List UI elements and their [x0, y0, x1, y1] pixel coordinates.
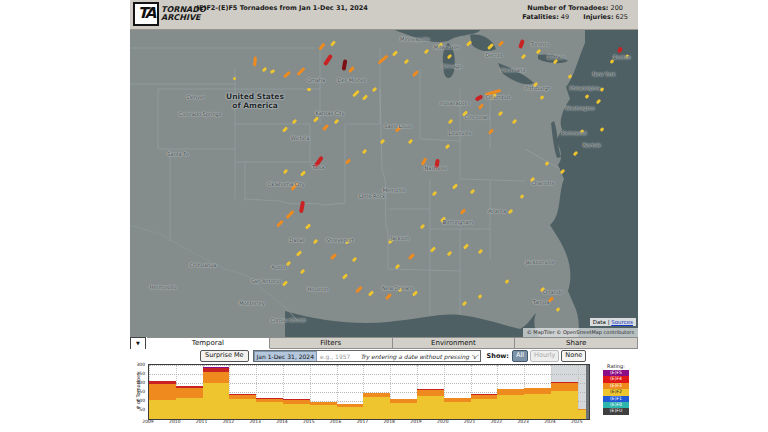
y-tick-label: 200: [136, 380, 145, 385]
city-label: Austin: [271, 264, 287, 270]
bar-segment-2017-(E)F2[interactable]: [363, 397, 390, 419]
x-tick-label: 2024: [544, 419, 555, 424]
x-axis-ticks: 2009201020112012201320142015201620172018…: [148, 419, 588, 427]
bar-segment-2024-(E)F3[interactable]: [551, 382, 578, 391]
bar-segment-2024-(E)F2[interactable]: [551, 391, 578, 419]
bar-segment-2018-(E)F3[interactable]: [390, 399, 417, 402]
bar-segment-2013-(E)F3[interactable]: [256, 399, 283, 402]
bar-segment-2021-(E)F4[interactable]: [471, 394, 498, 395]
city-label: Dallas: [289, 237, 304, 243]
tornado-track-f2[interactable]: [307, 88, 311, 91]
bar-segment-2011-(E)F4[interactable]: [203, 368, 230, 372]
city-label: Tulsa: [312, 164, 325, 170]
bar-segment-2011-(E)F2[interactable]: [203, 383, 230, 419]
x-tick-label: 2015: [303, 419, 314, 424]
city-label: Birmingham: [443, 219, 474, 225]
fatalities-value: 49: [561, 13, 569, 21]
city-label: Wichita: [291, 135, 310, 141]
bar-segment-2020-(E)F2[interactable]: [444, 402, 471, 419]
show-option-hourly[interactable]: Hourly: [530, 350, 559, 362]
city-label: Colorado Springs: [179, 111, 222, 117]
tab-share[interactable]: Share: [515, 337, 638, 349]
show-option-all[interactable]: All: [512, 350, 528, 362]
city-label: Charlotte: [531, 180, 554, 186]
bar-segment-2010-(E)F4[interactable]: [176, 386, 203, 389]
x-tick-label: 2017: [357, 419, 368, 424]
bar-segment-2010-(E)F3[interactable]: [176, 388, 203, 398]
tab-filters[interactable]: Filters: [270, 337, 393, 349]
bar-segment-2013-(E)F2[interactable]: [256, 402, 283, 419]
bar-segment-2015-(E)F2[interactable]: [310, 405, 337, 419]
y-tick-label: 300: [136, 362, 145, 367]
city-label: Denver: [187, 94, 205, 100]
bar-segment-2024-(E)F4[interactable]: [551, 382, 578, 383]
bar-segment-2022-(E)F3[interactable]: [497, 389, 524, 394]
bar-segment-2023-(E)F2[interactable]: [524, 394, 551, 419]
stats-panel: Number of Tornadoes: 200 Fatalities: 49 …: [522, 4, 628, 23]
links-separator: |: [608, 319, 610, 325]
bar-segment-2012-(E)F2[interactable]: [229, 399, 256, 419]
date-placeholder: e.g., 1957: [320, 353, 350, 360]
range-drag-handle[interactable]: [586, 365, 589, 419]
city-label: Santa Fe: [167, 151, 189, 157]
bar-segment-2016-(E)F2[interactable]: [337, 407, 364, 419]
map-title: (E)F2-(E)F5 Tornadoes from Jan 1-Dec 31,…: [196, 4, 368, 12]
city-label: Minneapolis: [400, 36, 430, 42]
bar-segment-2009-(E)F2[interactable]: [149, 400, 176, 419]
show-option-none[interactable]: None: [561, 350, 586, 362]
city-label: Washington: [565, 105, 594, 111]
bar-segment-2019-(E)F3[interactable]: [417, 390, 444, 396]
bar-segment-2012-(E)F4[interactable]: [229, 394, 256, 395]
chart-plot-area[interactable]: [148, 364, 590, 420]
city-label: Tampa: [533, 299, 549, 305]
sources-link[interactable]: Sources: [611, 319, 633, 325]
bottom-tab-bar: ▼ TemporalFiltersEnvironmentShare: [130, 337, 638, 349]
city-label: San Antonio: [251, 278, 281, 284]
city-label: Cincinnati: [465, 114, 490, 120]
bar-segment-2016-(E)F3[interactable]: [337, 404, 364, 407]
tornado-track-f2[interactable]: [233, 77, 236, 80]
bar-segment-2015-(E)F3[interactable]: [310, 402, 337, 405]
bar-segment-2018-(E)F2[interactable]: [390, 403, 417, 419]
header-bar: TA TORNADO ARCHIVE (E)F2-(E)F5 Tornadoes…: [130, 0, 638, 30]
bar-segment-2014-(E)F3[interactable]: [283, 400, 310, 404]
surprise-me-button[interactable]: Surprise Me: [200, 350, 249, 362]
bar-segment-2021-(E)F3[interactable]: [471, 395, 498, 400]
bar-segment-2021-(E)F2[interactable]: [471, 399, 498, 419]
city-label: Jackson: [390, 235, 409, 241]
tab-temporal[interactable]: Temporal: [147, 337, 270, 349]
bar-segment-2009-(E)F4[interactable]: [149, 381, 176, 384]
city-label: Nashville: [425, 165, 448, 171]
city-label: Columbus: [486, 94, 511, 100]
bar-segment-2019-(E)F2[interactable]: [417, 396, 444, 419]
city-label: Hermosillo: [150, 284, 177, 290]
bar-segment-2010-(E)F2[interactable]: [176, 398, 203, 419]
bar-segment-2014-(E)F4[interactable]: [283, 399, 310, 400]
bar-segment-2013-(E)F4[interactable]: [256, 398, 283, 399]
logo-line2: ARCHIVE: [161, 14, 206, 22]
legend-entries: (E)F5(E)F4(E)F3(E)F2(E)F1(E)F0(E)FU: [594, 370, 638, 415]
bar-segment-2019-(E)F4[interactable]: [417, 389, 444, 390]
city-label: Buffalo: [547, 54, 565, 60]
bar-segment-2022-(E)F2[interactable]: [497, 395, 524, 419]
bar-segment-2011-(E)F5[interactable]: [203, 367, 230, 368]
bar-segment-2011-(E)F3[interactable]: [203, 372, 230, 383]
rating-legend: Rating: (E)F5(E)F4(E)F3(E)F2(E)F1(E)F0(E…: [594, 363, 638, 415]
bar-segment-2012-(E)F3[interactable]: [229, 395, 256, 399]
map-canvas[interactable]: United States of America Data | Sources …: [130, 29, 638, 337]
bar-segment-2020-(E)F3[interactable]: [444, 398, 471, 402]
bar-segment-2017-(E)F3[interactable]: [363, 393, 390, 398]
city-label: Toronto: [531, 41, 549, 47]
x-tick-label: 2018: [383, 419, 394, 424]
app-logo[interactable]: TA TORNADO ARCHIVE: [133, 2, 206, 26]
map-attribution: © MapTiler © OpenStreetMap contributors: [523, 328, 638, 337]
bar-segment-2023-(E)F3[interactable]: [524, 388, 551, 394]
bar-segment-2014-(E)F2[interactable]: [283, 404, 310, 419]
x-tick-label: 2013: [249, 419, 260, 424]
data-link[interactable]: Data: [593, 319, 606, 325]
bar-segment-2009-(E)F3[interactable]: [149, 384, 176, 400]
date-selected-text[interactable]: Jan 1-Dec 31, 2024: [254, 351, 317, 362]
date-input[interactable]: Jan 1-Dec 31, 2024 e.g., 1957 Try enteri…: [253, 350, 481, 362]
tab-environment[interactable]: Environment: [393, 337, 516, 349]
x-tick-label: 2025: [571, 419, 582, 424]
